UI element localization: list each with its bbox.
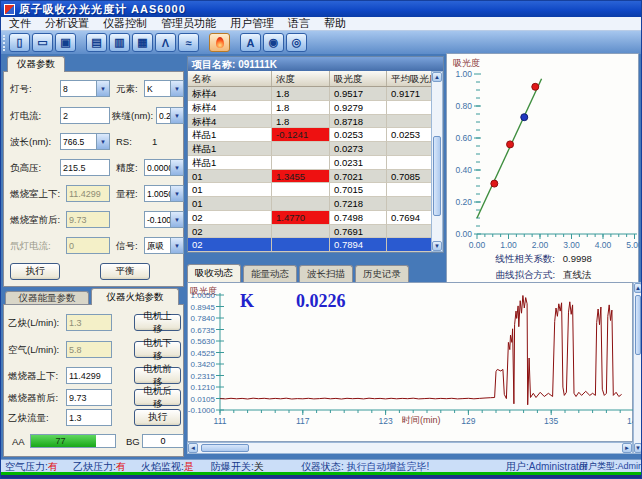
tab-absorption-dynamic[interactable]: 吸收动态 [187,264,241,282]
svg-text:111: 111 [214,416,227,426]
table-row[interactable]: 样品1-0.12410.02530.0253 [188,128,431,142]
scroll-up-icon[interactable]: ▲ [634,283,642,293]
execute-button[interactable]: 执行 [10,263,60,280]
slit-value: 0.2 [157,108,170,123]
chevron-down-icon[interactable]: ▼ [170,81,183,96]
tab-energy-dynamic[interactable]: 能量动态 [243,265,297,282]
chevron-down-icon[interactable]: ▼ [170,212,183,227]
motor-up-button[interactable]: 电机上移 [134,314,181,331]
menu-item[interactable]: 分析设置 [45,16,89,31]
open-folder-button[interactable]: ▭ [32,33,53,52]
lamp-no-select[interactable]: 8 ▼ [60,80,110,97]
flow-execute-button[interactable]: 执行 [134,409,181,426]
motor-fwd-button[interactable]: 电机前移 [134,367,181,384]
cell-conc [272,183,330,197]
menu-item[interactable]: 帮助 [324,16,346,31]
peak-profile-button[interactable]: Λ [155,33,176,52]
project-name: 091111K [238,59,277,70]
app-icon [4,4,15,15]
table-row[interactable]: 样品10.0273 [188,142,431,156]
chevron-down-icon[interactable]: ▼ [170,238,183,253]
svg-text:0.0105: 0.0105 [191,395,216,404]
dynamics-h-scrollbar[interactable]: ◄ ► [187,442,633,454]
burner-fb-input [66,211,110,228]
acetylene-pressure-label: 乙炔压力: [73,461,116,472]
tab-wavelength-scan[interactable]: 波长扫描 [299,265,353,282]
svg-text:-0.1000: -0.1000 [188,406,216,415]
signal-smooth-button[interactable]: ≈ [178,33,199,52]
balance-button[interactable]: 平衡 [100,263,150,280]
cell-avg [387,238,431,252]
chevron-down-icon[interactable]: ▼ [170,108,183,123]
table-row[interactable]: 010.7218 [188,197,431,211]
menu-item[interactable]: 仪器控制 [103,16,147,31]
scroll-left-icon[interactable]: ◄ [188,443,198,453]
d2-current-input [66,237,110,254]
lamp-button[interactable]: ◉ [263,33,284,52]
table-row[interactable]: 标样41.80.9279 [188,101,431,115]
scroll-down-icon[interactable]: ▼ [432,241,442,251]
motor-back-button[interactable]: 电机后移 [134,389,181,406]
slit-select[interactable]: 0.2 ▼ [156,107,184,124]
menu-item[interactable]: 用户管理 [230,16,274,31]
table-row[interactable]: 样品10.0231 [188,156,431,170]
scroll-down-icon[interactable]: ▼ [634,443,642,453]
flame-monitor-value: 是 [184,461,194,472]
flame-params-panel: 乙炔(L/min): 电机上移 空气(L/min): 电机下移 燃烧器上下: 电… [3,304,184,457]
dynamics-v-thumb[interactable] [635,295,641,355]
range-select[interactable]: 1.0050 ▼ [144,185,184,202]
menu-item[interactable]: 文件 [9,16,31,31]
signal-select[interactable]: 原吸 ▼ [144,237,184,254]
tab-absorption-dynamic-label: 吸收动态 [195,267,233,278]
neg-hv-input[interactable] [60,159,110,176]
menu-item[interactable]: 语言 [288,16,310,31]
range2-select[interactable]: -0.1000 ▼ [144,211,184,228]
lamp-current-input[interactable] [60,107,110,124]
auto-gain-button[interactable]: A [240,33,261,52]
tab-instrument-params[interactable]: 仪器参数 [7,56,65,72]
about-button[interactable]: ◎ [286,33,307,52]
measure-table-button[interactable]: ▦ [132,33,153,52]
motor-down-button[interactable]: 电机下移 [134,341,181,358]
save-button[interactable]: ▣ [55,33,76,52]
dynamics-v-scrollbar[interactable]: ▲ ▼ [633,282,642,454]
table-row[interactable]: 标样41.80.95170.9171 [188,87,431,101]
table-scrollbar[interactable]: ▲ ▼ [431,71,443,252]
table-row[interactable]: 010.7015 [188,183,431,197]
aa-label: AA [12,436,25,447]
table-row[interactable]: 020.7691 [188,225,431,239]
table-row[interactable]: 011.34550.70210.7085 [188,170,431,184]
table-scroll-thumb[interactable] [433,136,441,216]
scroll-up-icon[interactable]: ▲ [432,72,442,82]
burner-ud2-label: 燃烧器上下: [8,370,58,383]
table-row[interactable]: 021.47700.74980.7694 [188,211,431,225]
dynamics-h-thumb[interactable] [201,444,249,452]
cell-name: 标样4 [188,115,272,129]
svg-text:1.00: 1.00 [455,69,472,79]
tab-energy-dynamic-label: 能量动态 [251,268,289,279]
tab-history[interactable]: 历史记录 [355,265,409,282]
menu-item[interactable]: 管理员功能 [161,16,216,31]
burner-fb2-input[interactable] [66,389,112,406]
cell-name: 01 [188,197,272,211]
tab-flame-params[interactable]: 仪器火焰参数 [91,288,179,305]
tab-energy-params[interactable]: 仪器能量参数 [5,291,89,305]
new-file-button[interactable]: ▯ [9,33,30,52]
scroll-right-icon[interactable]: ► [622,443,632,453]
element-select[interactable]: K ▼ [144,80,184,97]
table-row[interactable]: 020.7894 [188,238,431,252]
chevron-down-icon[interactable]: ▼ [96,134,109,149]
chevron-down-icon[interactable]: ▼ [170,186,183,201]
svg-text:0.8945: 0.8945 [191,303,216,312]
svg-text:0.1210: 0.1210 [191,383,216,392]
standard-params-button[interactable]: ▤ [86,33,107,52]
wavelength-select[interactable]: 766.5 ▼ [60,133,110,150]
acetylene-flow-input[interactable] [66,409,112,426]
chevron-down-icon[interactable]: ▼ [96,81,109,96]
burner-ud2-input[interactable] [66,367,112,384]
flame-button[interactable] [209,33,230,52]
precision-select[interactable]: 0.0000 ▼ [144,159,184,176]
chevron-down-icon[interactable]: ▼ [170,160,183,175]
sample-params-button[interactable]: ▥ [109,33,130,52]
table-row[interactable]: 标样41.80.8718 [188,115,431,129]
